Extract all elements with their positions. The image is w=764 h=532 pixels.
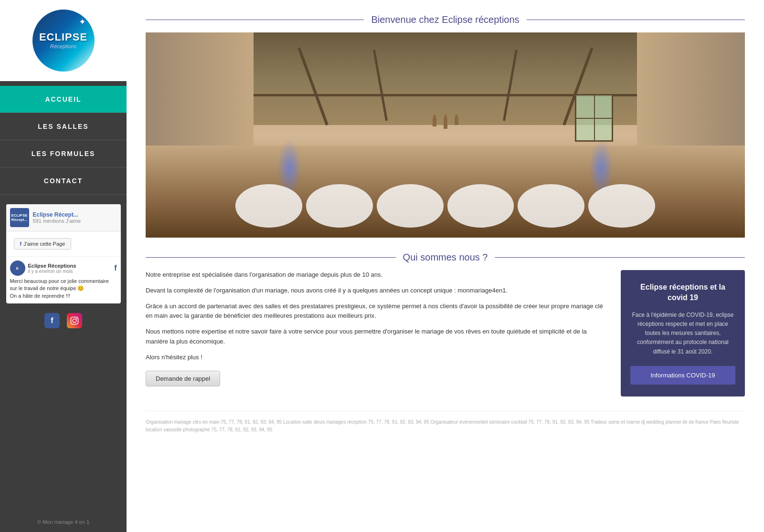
fb-likes: 591 mentions J'aime (33, 218, 81, 224)
facebook-widget: ECLIPSERécept... Eclipse Récept... 591 m… (6, 204, 121, 303)
fb-page-logo: ECLIPSERécept... (10, 208, 29, 227)
sidebar-copyright: © Mon mariage 4 en 1 (30, 512, 96, 532)
who-para-3: Grâce à un accord de partenariat avec de… (146, 302, 606, 322)
logo-star-icon: ✦ (79, 17, 86, 27)
covid-title: Eclipse réceptions et la covid 19 (630, 282, 735, 303)
logo: ✦ ECLIPSE Réceptions (32, 10, 95, 72)
chandeliers (433, 115, 458, 129)
logo-eclipse-text: ECLIPSE (39, 32, 87, 42)
fb-icon: f (20, 241, 22, 247)
fb-post: E Eclipse Réceptions il y a environ un m… (6, 256, 121, 303)
fb-like-button[interactable]: f J'aime cette Page (14, 238, 72, 250)
barn-window (575, 94, 613, 142)
fb-page-name: Eclipse Récept... (33, 211, 81, 218)
facebook-link-icon[interactable]: f (44, 313, 60, 328)
main-nav: ACCUEIL LES SALLES LES FORMULES CONTACT (0, 86, 127, 195)
sidebar: ✦ ECLIPSE Réceptions ACCUEIL LES SALLES … (0, 0, 127, 532)
footer-seo: Organisation mariage clés en main 75, 77… (146, 411, 745, 434)
fb-header: ECLIPSERécept... Eclipse Récept... 591 m… (6, 204, 121, 231)
fb-avatar: E (10, 261, 25, 276)
who-para-2: Devant la complexité de l'organisation d… (146, 286, 606, 296)
fb-post-text: Merci beaucoup pour ce jolie commentaire… (10, 278, 117, 300)
svg-point-2 (76, 318, 77, 319)
fb-brand-icon: f (114, 264, 117, 272)
who-para-4: Nous mettons notre expertise et notre sa… (146, 327, 606, 347)
who-title: Qui sommes nous ? (146, 252, 745, 263)
fb-post-time: il y a environ un mois (28, 269, 76, 274)
nav-item-les-salles[interactable]: LES SALLES (0, 113, 127, 140)
logo-area: ✦ ECLIPSE Réceptions (0, 0, 127, 81)
sidebar-social: f (44, 313, 82, 328)
svg-point-1 (73, 319, 76, 323)
fb-page-info: Eclipse Récept... 591 mentions J'aime (33, 211, 81, 224)
covid-box: Eclipse réceptions et la covid 19 Face à… (621, 270, 745, 396)
logo-receptions-text: Réceptions (50, 43, 76, 49)
fb-post-author: Eclipse Réceptions (28, 263, 76, 269)
fb-post-author-area: E Eclipse Réceptions il y a environ un m… (10, 261, 76, 276)
table-rows (235, 156, 655, 228)
who-para-5: Alors n'hésitez plus ! (146, 353, 606, 363)
instagram-link-icon[interactable] (67, 313, 82, 328)
fb-post-header: E Eclipse Réceptions il y a environ un m… (10, 261, 117, 276)
callback-button[interactable]: Demande de rappel (146, 371, 220, 386)
nav-item-les-formules[interactable]: LES FORMULES (0, 140, 127, 167)
who-para-1: Notre entreprise est spécialisée dans l'… (146, 270, 606, 280)
who-text: Notre entreprise est spécialisée dans l'… (146, 270, 606, 396)
fb-post-meta: Eclipse Réceptions il y a environ un moi… (28, 263, 76, 274)
svg-rect-0 (71, 317, 78, 324)
nav-item-accueil[interactable]: ACCUEIL (0, 86, 127, 113)
nav-item-contact[interactable]: CONTACT (0, 167, 127, 195)
fb-like-area: f J'aime cette Page (6, 231, 121, 256)
fb-like-label: J'aime cette Page (23, 241, 65, 247)
main-content: Bienvenue chez Eclipse réceptions (127, 0, 764, 532)
who-section: Notre entreprise est spécialisée dans l'… (146, 270, 745, 396)
covid-text: Face à l'épidémie de COVID-19, eclipse r… (630, 311, 735, 356)
covid-button[interactable]: Informations COVID-19 (630, 366, 735, 385)
hero-title: Bienvenue chez Eclipse réceptions (146, 14, 745, 25)
hero-image (146, 32, 745, 238)
